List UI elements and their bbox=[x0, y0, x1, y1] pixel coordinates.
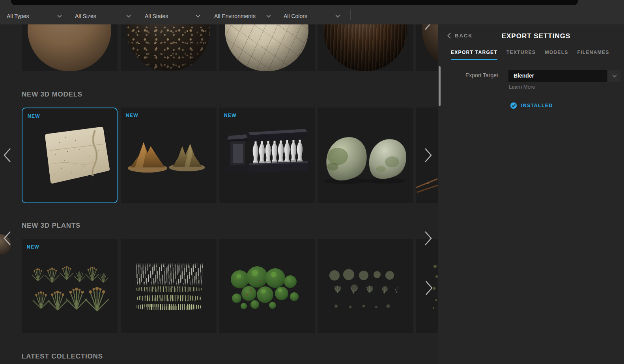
plant-card-tall-reeds[interactable] bbox=[121, 239, 217, 333]
export-settings-tabs: EXPORT TARGET TEXTURES MODELS FILENAMES bbox=[451, 50, 609, 59]
dark-sphere-partial bbox=[422, 24, 438, 71]
mossy-rocks-image bbox=[322, 126, 409, 186]
green-shrubs-image bbox=[227, 265, 306, 314]
marble-balustrade-image bbox=[225, 123, 308, 189]
export-settings-panel: BACK EXPORT SETTINGS EXPORT TARGET TEXTU… bbox=[438, 24, 624, 364]
search-bar-bottom-edge bbox=[11, 0, 578, 5]
material-card-gravel[interactable] bbox=[121, 24, 217, 71]
tab-textures[interactable]: TEXTURES bbox=[506, 50, 536, 59]
section-heading-models: NEW 3D MODELS bbox=[22, 91, 82, 98]
chevron-left-icon[interactable] bbox=[3, 147, 11, 163]
model-card-sand-mounds[interactable]: NEW bbox=[121, 108, 217, 203]
tab-export-target[interactable]: EXPORT TARGET bbox=[451, 50, 497, 59]
check-circle-icon bbox=[510, 102, 517, 109]
chevron-left-icon[interactable] bbox=[3, 230, 11, 246]
chevron-down-icon bbox=[266, 15, 271, 18]
installed-status: INSTALLED bbox=[510, 102, 553, 109]
tall-reed-grass-image bbox=[135, 263, 203, 286]
grass-row bbox=[135, 304, 202, 310]
filter-bar-divider bbox=[350, 9, 351, 20]
chevron-right-icon[interactable] bbox=[424, 147, 432, 163]
new-badge: NEW bbox=[224, 113, 237, 118]
plant-card-sparse-shrubs[interactable] bbox=[318, 239, 413, 333]
filter-all-types[interactable]: All Types bbox=[7, 13, 62, 20]
installed-label: INSTALLED bbox=[521, 103, 553, 108]
desert-terrain-plane-image bbox=[28, 113, 112, 197]
material-card-brown-soil[interactable] bbox=[22, 24, 118, 71]
material-card-cracked-stone[interactable] bbox=[219, 24, 315, 71]
export-target-select-arrow[interactable] bbox=[608, 70, 620, 82]
tree-bark-sphere bbox=[323, 24, 407, 71]
model-card-mossy-rocks[interactable] bbox=[318, 108, 413, 203]
dry-rush-plants-image bbox=[29, 258, 110, 315]
plants-row: NEW bbox=[0, 239, 438, 333]
chevron-down-icon bbox=[196, 15, 200, 18]
export-target-select[interactable]: Blender bbox=[508, 70, 607, 82]
sparse-sage-shrubs-image bbox=[326, 268, 405, 314]
plant-card-green-shrubs[interactable] bbox=[219, 239, 315, 333]
brown-soil-sphere bbox=[28, 24, 111, 71]
chevron-down-icon bbox=[57, 15, 62, 18]
filter-all-environments[interactable]: All Environments bbox=[214, 13, 271, 20]
filter-all-colors[interactable]: All Colors bbox=[284, 13, 340, 20]
section-heading-collections: LATEST COLLECTIONS bbox=[22, 353, 103, 360]
material-card-partial[interactable] bbox=[416, 24, 438, 71]
filter-label: All Sizes bbox=[75, 13, 96, 19]
chevron-down-icon bbox=[126, 15, 131, 18]
asset-browser: NEW 3D MODELS NEW bbox=[0, 24, 438, 364]
filter-label: All Types bbox=[7, 13, 29, 19]
cracked-stone-sphere bbox=[225, 24, 308, 71]
new-badge: NEW bbox=[27, 244, 39, 250]
export-target-label: Export Target bbox=[438, 72, 498, 78]
filter-all-sizes[interactable]: All Sizes bbox=[75, 13, 131, 20]
chevron-right-icon[interactable] bbox=[424, 24, 432, 31]
new-badge: NEW bbox=[28, 113, 40, 119]
model-card-balustrade[interactable]: NEW bbox=[219, 108, 315, 203]
chevron-down-icon bbox=[335, 15, 340, 18]
filter-all-states[interactable]: All States bbox=[145, 13, 200, 20]
panel-title: EXPORT SETTINGS bbox=[438, 32, 624, 40]
grass-row bbox=[135, 286, 202, 292]
chevron-down-icon bbox=[612, 74, 617, 78]
materials-row bbox=[0, 24, 438, 71]
grass-row bbox=[136, 295, 202, 301]
sand-mounds-image bbox=[127, 131, 210, 178]
vertical-scrollbar-thumb[interactable] bbox=[439, 66, 441, 106]
model-card-desert-terrain[interactable]: NEW bbox=[22, 108, 118, 203]
learn-more-link[interactable]: Learn More bbox=[509, 84, 535, 90]
section-heading-plants: NEW 3D PLANTS bbox=[22, 222, 80, 230]
gravel-sphere bbox=[127, 24, 210, 71]
filter-label: All Environments bbox=[214, 13, 256, 19]
plant-card-dry-rushes[interactable]: NEW bbox=[22, 239, 118, 333]
branches-partial-image bbox=[416, 173, 438, 195]
new-badge: NEW bbox=[126, 113, 138, 118]
tab-filenames[interactable]: FILENAMES bbox=[577, 50, 609, 59]
filter-label: All Colors bbox=[284, 13, 307, 19]
tab-models[interactable]: MODELS bbox=[545, 50, 568, 59]
filter-label: All States bbox=[145, 13, 168, 19]
chevron-right-icon[interactable] bbox=[424, 230, 432, 246]
material-card-tree-bark[interactable] bbox=[318, 24, 413, 71]
chevron-right-icon[interactable] bbox=[425, 280, 433, 296]
models-row: NEW bbox=[0, 108, 438, 203]
quixel-bridge-window: { "filter_bar": { "items": [ {"label": "… bbox=[0, 0, 624, 364]
